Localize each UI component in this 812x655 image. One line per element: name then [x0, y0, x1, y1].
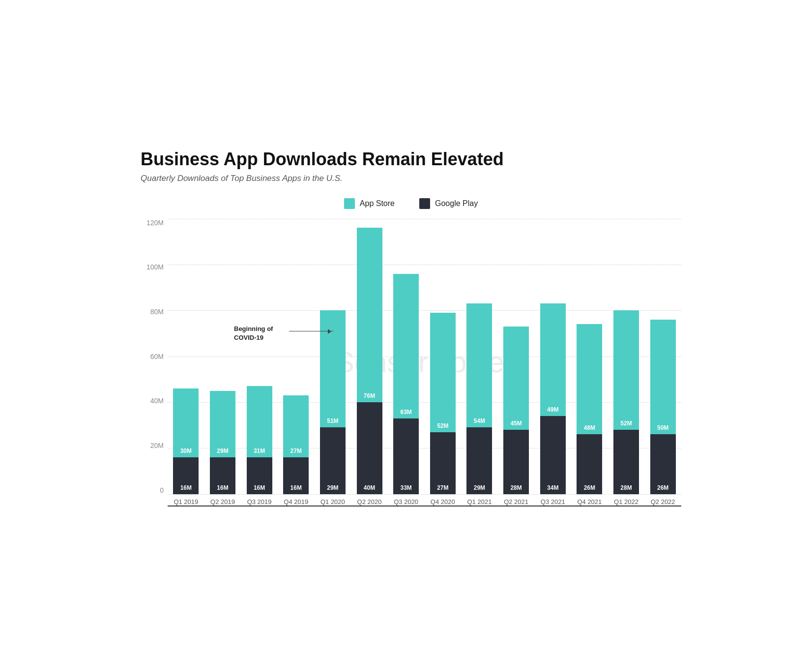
bar-dark-segment: 16M — [173, 457, 199, 494]
bar-stack: 29M+5%54M — [466, 303, 492, 494]
bar-teal-segment: 45M — [503, 327, 529, 430]
bar-teal-segment: 50M — [650, 320, 676, 434]
teal-segment-label: 76M — [364, 392, 375, 399]
bar-teal-segment: 48M — [577, 324, 602, 434]
legend: App Store Google Play — [141, 198, 681, 209]
x-axis-label: Q1 2021 — [461, 498, 498, 506]
legend-google-play: Google Play — [419, 198, 478, 209]
y-axis: 020M40M60M80M100M120M — [141, 219, 168, 494]
bar-dark-segment: 26M-5% — [650, 434, 676, 494]
google-play-swatch — [419, 198, 430, 209]
x-axis-label: Q4 2019 — [278, 498, 315, 506]
x-axis-label: Q1 2019 — [168, 498, 204, 506]
y-axis-label: 40M — [141, 397, 168, 405]
x-axis-label: Q4 2020 — [424, 498, 461, 506]
bar-teal-segment: 52M — [613, 310, 639, 430]
bar-teal-segment: 51M — [320, 310, 346, 427]
bar-dark-segment: 16M-8% — [283, 457, 309, 494]
grid-line — [168, 494, 681, 495]
bar-dark-segment: 16M-2% — [210, 457, 235, 494]
y-axis-label: 100M — [141, 263, 168, 271]
bar-stack: 27M-18%52M — [430, 313, 456, 494]
teal-segment-label: 54M — [474, 417, 485, 424]
bar-stack: 33M-17%63M — [393, 274, 419, 494]
teal-segment-label: 52M — [620, 420, 632, 427]
bar-group: 16M30M — [168, 388, 204, 494]
bar-teal-segment: 49M — [540, 303, 566, 416]
teal-segment-label: 31M — [254, 447, 265, 454]
x-axis-label: Q2 2022 — [644, 498, 681, 506]
bar-group: 28M+8%52M — [608, 310, 645, 494]
y-axis-label: 20M — [141, 442, 168, 449]
annotation-line — [289, 331, 333, 331]
bar-teal-segment: 30M — [173, 388, 199, 457]
x-axis-label: Q4 2021 — [571, 498, 608, 506]
bar-teal-segment: 63M — [393, 274, 419, 418]
bar-stack: 40M+45%76M — [357, 228, 382, 494]
chart-subtitle: Quarterly Downloads of Top Business Apps… — [141, 174, 681, 183]
teal-segment-label: 52M — [437, 422, 448, 429]
bar-stack: 26M-11%48M — [577, 324, 602, 494]
y-axis-label: 0 — [141, 486, 168, 494]
dark-segment-label: 16M — [254, 484, 265, 491]
teal-segment-label: 51M — [327, 417, 338, 424]
bar-stack: 16M-8%27M — [283, 395, 309, 494]
teal-segment-label: 48M — [584, 424, 595, 431]
chart-container: Business App Downloads Remain Elevated Q… — [111, 129, 701, 526]
x-axis-label: Q3 2020 — [388, 498, 425, 506]
bars-row: 16M30M16M-2%29M16M+4%31M16M-8%27M29M+86%… — [168, 219, 681, 494]
bar-teal-segment: 52M — [430, 313, 456, 432]
bar-group: 34M+14%49M — [534, 303, 571, 494]
teal-segment-label: 27M — [290, 447, 302, 454]
dark-segment-label: 27M — [437, 484, 448, 491]
bar-stack: 16M30M — [173, 388, 199, 494]
bar-stack: 16M+4%31M — [247, 386, 272, 494]
dark-segment-label: 26M — [584, 484, 595, 491]
bar-teal-segment: 54M — [466, 303, 492, 427]
teal-segment-label: 63M — [400, 409, 411, 416]
dark-segment-label: 34M — [547, 484, 558, 491]
bar-dark-segment: 16M+4% — [247, 457, 272, 494]
bar-teal-segment: 29M — [210, 391, 235, 457]
bar-group: 29M+86%51M — [315, 310, 351, 494]
bar-dark-segment: 26M-11% — [577, 434, 602, 494]
bar-group: 28M-12%45M — [498, 327, 535, 494]
bar-group: 29M+5%54M — [461, 303, 498, 494]
teal-segment-label: 45M — [510, 420, 522, 427]
dark-segment-label: 26M — [657, 484, 668, 491]
app-store-label: App Store — [360, 199, 395, 208]
dark-segment-label: 29M — [327, 484, 338, 491]
x-axis-label: Q2 2021 — [498, 498, 535, 506]
y-axis-label: 120M — [141, 219, 168, 227]
bar-group: 33M-17%63M — [388, 274, 425, 494]
x-labels: Q1 2019Q2 2019Q3 2019Q4 2019Q1 2020Q2 20… — [168, 498, 681, 506]
legend-app-store: App Store — [344, 198, 395, 209]
dark-segment-label: 40M — [364, 484, 375, 491]
annotation: Beginning ofCOVID-19 — [234, 325, 273, 342]
bar-dark-segment: 27M-18% — [430, 432, 456, 494]
teal-segment-label: 50M — [657, 424, 668, 431]
bar-stack: 34M+14%49M — [540, 303, 566, 494]
bar-stack: 29M+86%51M — [320, 310, 346, 494]
bar-stack: 28M+8%52M — [613, 310, 639, 494]
teal-segment-label: 30M — [180, 447, 192, 454]
bar-group: 26M-5%50M — [644, 320, 681, 494]
bar-teal-segment: 76M — [357, 228, 382, 402]
bar-dark-segment: 29M+86% — [320, 427, 346, 494]
bar-dark-segment: 33M-17% — [393, 418, 419, 494]
bar-stack: 26M-5%50M — [650, 320, 676, 494]
y-axis-label: 60M — [141, 353, 168, 360]
dark-segment-label: 16M — [180, 484, 192, 491]
chart-main: Sensor Tower Beginning ofCOVID-19 16M30M… — [168, 219, 681, 506]
bar-dark-segment: 40M+45% — [357, 402, 382, 494]
google-play-label: Google Play — [435, 199, 478, 208]
dark-segment-label: 28M — [510, 484, 522, 491]
chart-title: Business App Downloads Remain Elevated — [141, 149, 681, 170]
bar-stack: 28M-12%45M — [503, 327, 529, 494]
x-axis-label: Q2 2020 — [351, 498, 388, 506]
x-axis-label: Q3 2021 — [534, 498, 571, 506]
teal-segment-label: 49M — [547, 406, 558, 413]
bar-teal-segment: 27M — [283, 395, 309, 457]
bar-dark-segment: 28M+8% — [613, 430, 639, 494]
bar-group: 26M-11%48M — [571, 324, 608, 494]
